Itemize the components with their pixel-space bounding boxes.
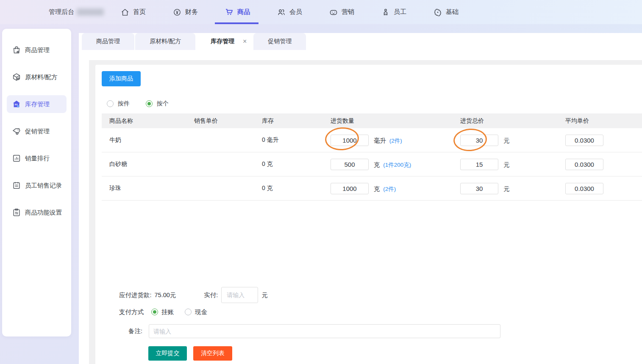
nav-item-label: 会员 [289,8,302,16]
radio-credit[interactable] [151,309,158,315]
members-icon [277,8,286,17]
marketing-icon [329,8,338,17]
inventory-table: 商品名称 销售单价 库存 进货数量 进货总价 平均单价 牛奶 0 毫升 毫升 (… [102,113,642,201]
nav-item-finance[interactable]: 财务 [173,0,198,24]
remark-label: 备注: [128,327,142,335]
sidebar-item-goods-manage[interactable]: 商品管理 [7,41,67,59]
qty-note-link[interactable]: (2件) [383,186,396,192]
nav-item-members[interactable]: 会员 [277,0,302,24]
nav-item-label: 首页 [133,8,146,16]
col-header-total: 进货总价 [451,117,555,125]
paid-input[interactable] [221,287,258,303]
nav-item-label: 财务 [185,8,198,16]
payable-value: 75.00元 [155,291,176,299]
clear-list-button[interactable]: 清空列表 [193,346,232,361]
radio-by-unit-label: 按个 [157,100,169,108]
radio-by-unit[interactable] [146,100,153,107]
store-icon [12,99,21,109]
table-row: 珍珠 0 克 克 (2件) 元 [102,176,642,201]
nav-item-label: 员工 [394,8,406,16]
top-bar: 管理后台 首页 财务 商品 会员 营销 [0,0,642,24]
clipboard-icon [12,208,21,217]
qty-unit: 毫升 [374,137,386,144]
total-price-input[interactable] [460,183,498,194]
nav-item-staff[interactable]: 员工 [381,0,406,24]
sidebar-item-label: 库存管理 [25,100,50,108]
inventory-panel: 添加商品 按件 按个 商品名称 销售单价 库存 进货数量 进货总价 平均单价 [95,65,642,364]
tab-label: 库存管理 [211,38,234,45]
total-price-input[interactable] [460,135,498,146]
paid-label: 实付: [204,291,218,299]
finance-icon [173,8,181,17]
col-header-name: 商品名称 [102,117,186,125]
qty-unit: 克 [374,161,380,168]
total-unit: 元 [503,137,510,144]
tab-bar: 商品管理 原材料/配方 库存管理 × 促销管理 [82,33,306,50]
top-nav: 首页 财务 商品 会员 营销 员工 [121,0,459,24]
qty-input[interactable] [331,135,369,146]
tab-materials[interactable]: 原材料/配方 [135,33,195,50]
qty-note-link[interactable]: (1件200克) [383,162,411,168]
remark-row: 备注: [128,324,500,338]
redacted-store-name [77,8,104,16]
sidebar-item-sales-rank[interactable]: 销量排行 [7,149,67,167]
radio-cash-label: 现金 [195,308,207,316]
mode-radio-group: 按件 按个 [107,98,169,109]
nav-item-label: 基础 [446,8,459,16]
goods-name: 珍珠 [102,185,186,192]
qty-input[interactable] [331,159,369,170]
table-row: 牛奶 0 毫升 毫升 (2件) 元 [102,128,642,152]
tab-inventory[interactable]: 库存管理 × [196,33,253,50]
sidebar-item-label: 原材料/配方 [25,73,58,81]
qty-input[interactable] [331,183,369,194]
add-goods-button[interactable]: 添加商品 [102,71,141,86]
stock-value: 0 克 [254,185,322,192]
nav-item-basic[interactable]: 基础 [434,0,459,24]
stock-value: 0 克 [254,160,322,168]
tab-label: 商品管理 [96,38,120,45]
nav-item-home[interactable]: 首页 [121,0,146,24]
cart-icon [225,8,233,17]
sidebar-item-staff-sales[interactable]: 员工销售记录 [7,176,67,194]
paid-unit: 元 [261,291,268,299]
nav-item-goods[interactable]: 商品 [225,0,250,24]
radio-cash[interactable] [185,309,192,315]
sidebar-item-label: 销量排行 [25,154,50,163]
staff-icon [381,8,390,17]
action-buttons: 立即提交 清空列表 [148,346,232,361]
nav-item-marketing[interactable]: 营销 [329,0,354,24]
col-header-avg: 平均单价 [555,117,642,125]
radio-credit-label: 挂账 [161,308,174,316]
sidebar-item-label: 商品功能设置 [25,209,62,217]
col-header-stock: 库存 [254,117,322,125]
table-header: 商品名称 销售单价 库存 进货数量 进货总价 平均单价 [102,113,642,128]
avg-price-input[interactable] [565,159,603,170]
sidebar: 商品管理 原材料/配方 库存管理 促销管理 销量排行 员工销售记录 商品功能设置 [2,29,71,336]
stock-value: 0 毫升 [254,136,322,144]
goods-name: 牛奶 [102,136,186,144]
total-unit: 元 [503,185,510,192]
submit-button[interactable]: 立即提交 [148,346,187,361]
tab-label: 原材料/配方 [150,38,181,45]
avg-price-input[interactable] [565,135,603,146]
tab-promotion[interactable]: 促销管理 [253,33,306,50]
sidebar-item-goods-settings[interactable]: 商品功能设置 [7,204,67,221]
remark-input[interactable] [149,324,500,338]
tab-goods-manage[interactable]: 商品管理 [82,33,134,50]
nav-item-label: 营销 [342,8,354,16]
payment-method-label: 支付方式 [119,308,144,316]
qty-note-link[interactable]: (2件) [389,138,402,144]
total-unit: 元 [503,161,510,168]
payment-method-row: 支付方式 挂账 现金 [119,306,207,318]
avg-price-input[interactable] [565,183,603,194]
sidebar-item-label: 促销管理 [25,127,50,135]
sidebar-item-materials[interactable]: 原材料/配方 [7,68,67,86]
table-row: 白砂糖 0 克 克 (1件200克) 元 [102,152,642,176]
sidebar-item-promotion[interactable]: 促销管理 [7,122,67,140]
radio-by-piece[interactable] [107,100,114,107]
sidebar-item-label: 员工销售记录 [25,182,62,190]
total-price-input[interactable] [460,159,498,170]
chart-icon [12,154,21,163]
close-icon[interactable]: × [243,38,247,45]
sidebar-item-inventory[interactable]: 库存管理 [7,95,67,113]
